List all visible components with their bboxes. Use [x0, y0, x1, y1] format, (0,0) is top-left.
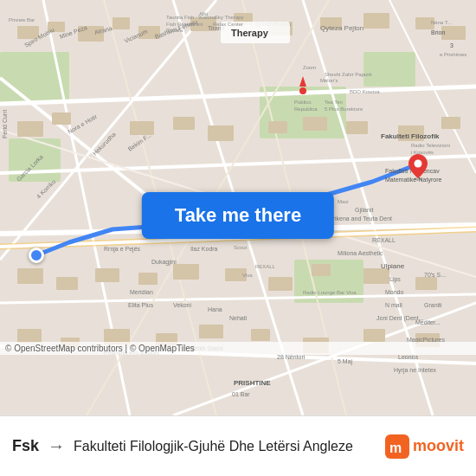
- svg-text:Maxi: Maxi: [338, 199, 349, 204]
- svg-text:Viva: Viva: [242, 273, 253, 278]
- svg-rect-39: [173, 117, 195, 130]
- svg-text:Taunita Fish : Walone: Taunita Fish : Walone: [166, 15, 216, 20]
- svg-text:Elita Plus: Elita Plus: [128, 302, 154, 308]
- svg-text:Ferid Curri: Ferid Curri: [2, 109, 8, 138]
- svg-text:Vekoni: Vekoni: [173, 302, 191, 308]
- take-me-there-button[interactable]: Take me there: [142, 192, 334, 239]
- svg-text:Miliona Aesthetic: Miliona Aesthetic: [338, 250, 383, 256]
- svg-rect-53: [312, 264, 331, 276]
- svg-point-112: [299, 87, 306, 94]
- svg-text:Tea Ten: Tea Ten: [325, 100, 343, 105]
- svg-text:m: m: [389, 441, 402, 455]
- bottom-bar: Fsk → Fakulteti Filologjik-Gjuhë Dhe Let…: [0, 415, 476, 476]
- svg-rect-46: [17, 268, 43, 284]
- svg-text:Fish Restaurant: Fish Restaurant: [166, 22, 203, 27]
- map-attribution: © OpenStreetMap contributors | © OpenMap…: [0, 342, 476, 355]
- svg-text:Hana: Hana: [208, 306, 222, 312]
- map-container: Spiro Moisiu Mine Peza Atrana Vicianum B…: [0, 0, 476, 415]
- svg-text:REXALL: REXALL: [372, 237, 396, 243]
- svg-text:Brikena and Teuta Dent: Brikena and Teuta Dent: [329, 215, 392, 222]
- svg-rect-56: [17, 329, 42, 343]
- svg-rect-49: [138, 273, 158, 285]
- origin-label: Fsk: [12, 437, 39, 455]
- svg-text:Leonita: Leonita: [398, 354, 418, 360]
- svg-point-145: [415, 160, 422, 168]
- svg-rect-33: [363, 13, 389, 29]
- svg-rect-36: [17, 121, 43, 137]
- svg-rect-45: [441, 117, 460, 129]
- svg-text:5 Plus Burektore: 5 Plus Burektore: [325, 106, 363, 112]
- svg-text:Melon's: Melon's: [320, 78, 338, 83]
- svg-text:Meridian: Meridian: [130, 289, 153, 295]
- svg-text:Qyteza Pejton: Qyteza Pejton: [320, 24, 363, 32]
- moovit-icon: m: [385, 434, 409, 459]
- svg-rect-37: [52, 113, 71, 125]
- svg-text:Albi: Albi: [199, 11, 208, 16]
- svg-rect-47: [56, 277, 78, 290]
- origin-marker: [29, 248, 44, 263]
- svg-rect-52: [268, 277, 293, 291]
- svg-text:e Prishtines: e Prishtines: [440, 52, 466, 57]
- svg-text:Dukagjini: Dukagjini: [151, 259, 177, 266]
- svg-text:5 Maj: 5 Maj: [338, 358, 353, 365]
- svg-text:Radio Lounge Bar Viva: Radio Lounge Bar Viva: [303, 290, 357, 295]
- svg-text:Lips: Lips: [389, 276, 401, 283]
- svg-text:Publico: Publico: [294, 100, 312, 105]
- svg-text:Graniti: Graniti: [424, 302, 442, 308]
- svg-text:Sheshi Zahir Pajaziti: Sheshi Zahir Pajaziti: [325, 72, 372, 77]
- svg-text:BDO Kosova: BDO Kosova: [350, 89, 380, 94]
- svg-text:Nehati: Nehati: [229, 315, 248, 321]
- destination-label: Fakulteti Filologjik-Gjuhë Dhe Letërsi A…: [74, 439, 385, 454]
- svg-rect-48: [95, 268, 119, 282]
- svg-text:N mall: N mall: [385, 302, 402, 308]
- svg-text:Mediter...: Mediter...: [415, 319, 441, 325]
- svg-rect-43: [346, 121, 368, 134]
- svg-text:Ulpiane: Ulpiane: [381, 262, 405, 270]
- svg-text:Nëna T...: Nëna T...: [431, 20, 452, 25]
- svg-text:Sky Therapy: Sky Therapy: [215, 15, 244, 20]
- svg-text:Priview Bar: Priview Bar: [9, 17, 35, 23]
- svg-rect-63: [363, 329, 385, 342]
- svg-rect-41: [268, 121, 287, 133]
- svg-rect-61: [251, 329, 270, 341]
- svg-text:Therapy: Therapy: [231, 28, 269, 38]
- moovit-logo: m moovit: [385, 434, 464, 459]
- svg-text:Gjilanit: Gjilanit: [355, 207, 373, 214]
- svg-text:Fakulteti Filozofik: Fakulteti Filozofik: [381, 132, 440, 140]
- svg-rect-27: [113, 17, 130, 29]
- destination-marker: [408, 154, 428, 183]
- svg-rect-38: [130, 121, 154, 135]
- svg-text:PRISHTINE: PRISHTINE: [234, 379, 271, 387]
- svg-text:3: 3: [450, 42, 453, 48]
- svg-text:Ilaz Kodra: Ilaz Kodra: [190, 246, 218, 252]
- svg-text:28 Nëntori: 28 Nëntori: [277, 354, 306, 360]
- svg-text:Relax Center: Relax Center: [213, 22, 243, 27]
- svg-text:Radio Televizioni: Radio Televizioni: [411, 143, 450, 148]
- svg-text:Brion: Brion: [431, 29, 445, 35]
- svg-rect-4: [363, 52, 415, 87]
- svg-text:REXALL: REXALL: [255, 264, 276, 269]
- svg-rect-55: [415, 277, 437, 290]
- svg-text:01 Bar: 01 Bar: [232, 391, 250, 397]
- svg-text:Rozafa: Rozafa: [166, 28, 183, 33]
- svg-rect-42: [303, 117, 327, 131]
- svg-rect-40: [208, 125, 234, 141]
- svg-rect-54: [363, 268, 389, 284]
- svg-text:Hyrja ne Intetex: Hyrja ne Intetex: [394, 367, 437, 374]
- svg-rect-60: [199, 325, 223, 338]
- svg-text:Rrnja e Pejës: Rrnja e Pejës: [104, 246, 141, 253]
- svg-text:Republica: Republica: [294, 106, 318, 112]
- svg-text:Scout: Scout: [234, 245, 248, 250]
- svg-text:70's S...: 70's S...: [424, 272, 446, 278]
- svg-text:Zoom: Zoom: [303, 65, 316, 70]
- svg-rect-50: [173, 264, 199, 280]
- moovit-logo-text: moovit: [413, 437, 464, 455]
- svg-text:Mondo: Mondo: [385, 289, 404, 295]
- arrow-icon: →: [48, 436, 65, 456]
